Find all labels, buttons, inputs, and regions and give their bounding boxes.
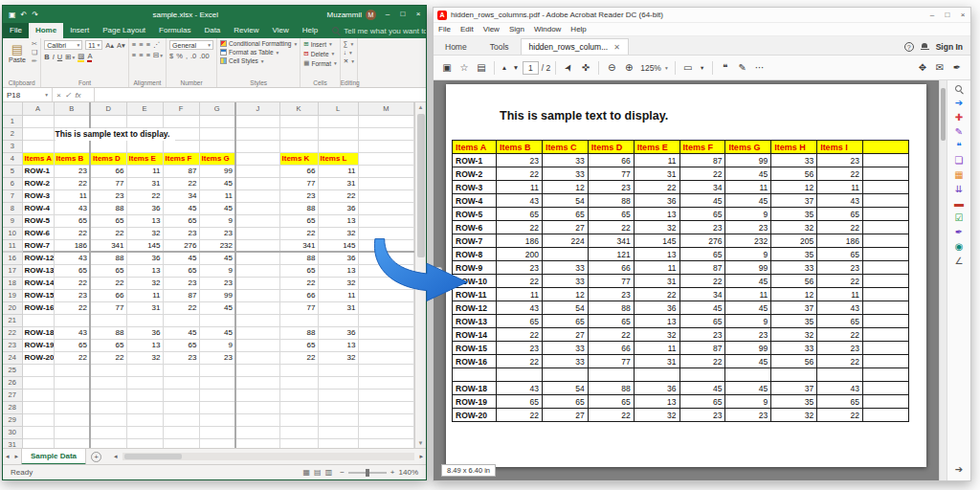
cell-D-18[interactable]: 22 [90,277,126,289]
insert-cells-button[interactable]: ⊞Insert▾ [303,40,337,48]
cell-J-30[interactable] [235,426,279,438]
cell-L-8[interactable]: 36 [318,202,358,214]
document-tab[interactable]: hidden_rows_colum...✕ [521,38,629,55]
cell-F-17[interactable]: 65 [163,264,199,277]
row-header-29[interactable]: 29 [3,413,22,426]
cell-L-3[interactable] [318,140,358,152]
cell-B-11[interactable]: 186 [54,239,90,252]
cell-E-26[interactable] [126,376,163,389]
cell-F-30[interactable] [163,426,199,438]
sign-icon[interactable]: ✒ [955,228,963,237]
cell-B-22[interactable]: 43 [54,326,90,339]
row-header-17[interactable]: 17 [3,264,22,277]
cell-F-6[interactable]: 22 [163,177,199,189]
cell-F-18[interactable]: 23 [163,277,199,289]
cell-K-24[interactable]: 22 [279,351,318,364]
cell-E-31[interactable] [126,438,163,448]
cell-B-20[interactable]: 22 [54,301,90,314]
cell-L-28[interactable] [318,401,358,413]
cell-A-11[interactable]: ROW-7 [22,239,54,252]
cell-A-2[interactable] [22,127,54,140]
copy-icon[interactable]: ❏ [32,49,37,56]
redact-icon[interactable]: ▬ [954,199,964,209]
cell-J-21[interactable] [235,314,279,326]
zoom-level[interactable]: 140% [399,468,418,477]
cell-E-10[interactable]: 32 [126,227,163,239]
notifications-bell-icon[interactable] [921,43,929,52]
cell-G-17[interactable]: 9 [199,264,235,277]
row-header-21[interactable]: 21 [3,314,22,326]
cell-K-4[interactable]: Items K [279,152,318,165]
cell-A-7[interactable]: ROW-3 [22,189,54,202]
cell-K-1[interactable] [279,115,318,127]
cell-G-2[interactable] [199,127,235,140]
cell-J-25[interactable] [235,364,279,376]
formula-input[interactable] [95,88,426,101]
cell-A-31[interactable] [22,438,54,448]
cell-D-30[interactable] [90,426,126,438]
tab-data[interactable]: Data [197,23,227,38]
paste-button[interactable]: ▤ Paste [6,42,29,63]
align-left-icon[interactable]: ≡ [132,51,136,59]
cell-K-28[interactable] [279,401,318,413]
column-header-K[interactable]: K [279,102,318,115]
cell-B-2[interactable]: This is sample text to display. [54,127,90,140]
scroll-mode-icon[interactable]: ✥ [915,62,930,73]
cell-B-17[interactable]: 65 [54,264,90,277]
cell-E-16[interactable]: 36 [126,252,163,264]
cell-E-24[interactable]: 32 [126,351,163,364]
cell-E-6[interactable]: 31 [126,177,163,189]
cell-L-7[interactable]: 22 [318,189,358,202]
cell-J-17[interactable] [235,264,279,277]
align-bottom-icon[interactable]: ≡ [146,40,150,49]
cell-B-29[interactable] [54,413,90,426]
cell-G-29[interactable] [199,413,235,426]
cell-A-16[interactable]: ROW-12 [22,252,54,264]
row-header-2[interactable]: 2 [3,127,22,140]
maximize-button[interactable]: □ [395,6,411,23]
menu-view[interactable]: View [479,25,504,33]
insert-function-icon[interactable]: fx [75,91,80,100]
cell-L-22[interactable]: 36 [318,326,358,339]
cell-A-1[interactable] [22,115,54,127]
stamp-icon[interactable]: ◉ [955,242,964,252]
format-cells-button[interactable]: ▦Format▾ [303,59,337,67]
merge-center-icon[interactable]: ⊟▾ [153,51,163,59]
cell-M-27[interactable] [358,389,414,401]
cell-F-1[interactable] [163,115,199,127]
cell-L-19[interactable]: 11 [318,289,358,301]
cell-K-31[interactable] [279,438,318,448]
percent-format-icon[interactable]: % [176,52,183,60]
cell-D-8[interactable]: 88 [90,202,126,214]
column-header-D[interactable]: D [90,102,126,115]
cell-D-27[interactable] [90,389,126,401]
expand-rail-icon[interactable]: ➔ [955,464,963,475]
cell-M-23[interactable] [358,339,414,351]
cell-L-5[interactable]: 11 [318,165,358,177]
email-icon[interactable]: ✉ [932,62,947,73]
menu-window[interactable]: Window [529,25,566,33]
cell-D-19[interactable]: 66 [90,289,126,301]
number-format-select[interactable]: General▾ [169,40,213,50]
row-header-25[interactable]: 25 [3,364,22,376]
menu-file[interactable]: File [434,25,456,33]
select-tool-icon[interactable]: ➤ [560,58,577,77]
cell-D-17[interactable]: 65 [90,264,126,277]
tab-view[interactable]: View [266,23,296,38]
cell-J-10[interactable] [235,227,279,239]
close-button[interactable]: × [955,7,970,24]
cell-D-24[interactable]: 22 [90,351,126,364]
horizontal-scrollbar[interactable]: ◂ ▸ [111,449,426,464]
close-tab-icon[interactable]: ✕ [613,43,620,52]
cell-E-8[interactable]: 36 [126,202,163,214]
row-header-4[interactable]: 4 [3,152,22,165]
cell-G-8[interactable]: 45 [199,202,235,214]
row-header-10[interactable]: 10 [3,227,22,239]
comment-icon[interactable]: ❝ [718,62,733,73]
cell-J-7[interactable] [235,189,279,202]
document-viewport[interactable]: This is sample text to display. Items AI… [434,80,939,480]
cell-E-17[interactable]: 13 [126,264,163,277]
cell-F-11[interactable]: 276 [163,239,199,252]
export-pdf-icon[interactable]: ➔ [955,99,963,108]
tell-me-search[interactable]: Tell me what you want to do [332,27,427,35]
